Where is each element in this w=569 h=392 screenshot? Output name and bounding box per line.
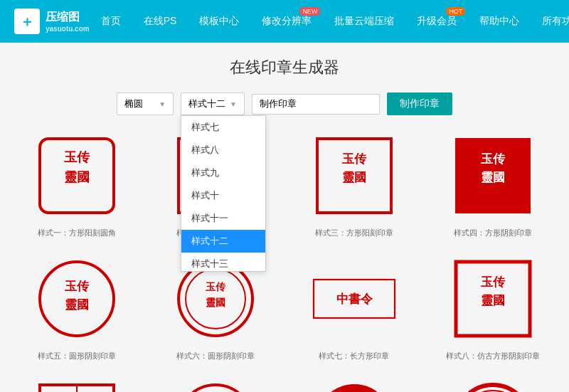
stamp-item-7: 中書令 样式七：长方形印章 — [292, 253, 416, 361]
stamp-item-8: 玉传 靈國 样式八：仿古方形阴刻印章 — [430, 253, 555, 361]
svg-text:玉传: 玉传 — [481, 275, 506, 289]
page-title: 在线印章生成器 — [14, 57, 555, 78]
make-stamp-button[interactable]: 制作印章 — [387, 92, 452, 115]
main-nav: 首页 在线PS 模板中心 修改分辨率 NEW 批量云端压缩 升级会员 HOT 帮… — [90, 0, 569, 43]
style-select[interactable]: 样式十二 ▼ — [181, 92, 245, 115]
stamp-canvas-7: 中書令 — [308, 253, 400, 345]
svg-point-34 — [317, 385, 391, 392]
stamp-item-5: 玉传 靈國 样式五：圆形阴刻印章 — [14, 253, 139, 361]
stamp-canvas-4: 玉传 靈國 — [447, 129, 539, 222]
nav-vip[interactable]: 升级会员 HOT — [405, 0, 468, 43]
stamp-label-4: 样式四：方形阴刻印章 — [454, 228, 532, 238]
stamp-label-8: 样式八：仿古方形阴刻印章 — [446, 351, 540, 361]
stamp-label-5: 样式五：圆形阴刻印章 — [38, 351, 116, 361]
svg-text:靈國: 靈國 — [206, 297, 225, 308]
stamp-item-11: 玉传 靈國 样式十一：仿古圆形阴刻印截 — [292, 376, 416, 392]
logo-main: 压缩图 — [46, 10, 90, 25]
stamp-item-3: 玉传 靈國 样式三：方形阳刻印章 — [292, 129, 416, 238]
header: ＋ 压缩图 yasuotu.com 首页 在线PS 模板中心 修改分辨率 NEW… — [0, 0, 569, 43]
svg-text:玉传: 玉传 — [342, 152, 367, 166]
logo-sub: yasuotu.com — [46, 25, 90, 33]
logo[interactable]: ＋ 压缩图 yasuotu.com — [14, 9, 90, 34]
main-content: 在线印章生成器 椭圆 ▼ 样式十二 ▼ 样式七 样式八 样式九 样式十 样式十一… — [0, 43, 569, 392]
stamp-item-4: 玉传 靈國 样式四：方形阴刻印章 — [430, 129, 555, 238]
stamp-canvas-10: 玉传 靈國 — [169, 376, 262, 392]
stamp-canvas-12: 玉传 靈國 — [447, 376, 539, 392]
stamp-item-10: 玉传 靈國 样式十：仿古圆形阳刻汉印 — [153, 376, 277, 392]
svg-text:靈國: 靈國 — [65, 298, 89, 312]
nav-compress[interactable]: 批量云端压缩 — [323, 0, 405, 43]
style-label: 样式十二 — [188, 97, 225, 110]
svg-text:玉传: 玉传 — [65, 280, 90, 293]
logo-icon: ＋ — [14, 9, 40, 34]
svg-text:靈國: 靈國 — [64, 170, 90, 184]
svg-text:玉传: 玉传 — [481, 152, 506, 166]
controls-bar: 椭圆 ▼ 样式十二 ▼ 样式七 样式八 样式九 样式十 样式十一 样式十二 样式… — [14, 92, 555, 115]
svg-text:中書令: 中書令 — [336, 292, 373, 306]
dropdown-item-1[interactable]: 样式八 — [181, 139, 265, 161]
shape-arrow-icon: ▼ — [159, 100, 166, 108]
nav-home[interactable]: 首页 — [90, 0, 132, 43]
style-select-wrapper: 样式十二 ▼ 样式七 样式八 样式九 样式十 样式十一 样式十二 样式十三 样式… — [181, 92, 245, 115]
stamp-canvas-9: 玉 传 靈 國 — [31, 376, 123, 392]
stamp-canvas-8: 玉传 靈國 — [447, 253, 539, 345]
svg-text:靈國: 靈國 — [342, 171, 366, 184]
dropdown-item-0[interactable]: 样式七 — [181, 116, 265, 139]
stamp-label-1: 样式一：方形阳刻圆角 — [38, 228, 116, 238]
nav-resolution[interactable]: 修改分辨率 NEW — [250, 0, 323, 43]
stamp-text-input[interactable] — [252, 94, 380, 115]
stamp-item-1: 玉传 靈國 样式一：方形阳刻圆角 — [14, 129, 139, 238]
nav-all[interactable]: 所有功能 — [531, 0, 569, 43]
svg-text:玉传: 玉传 — [206, 282, 226, 292]
dropdown-item-6[interactable]: 样式十三 — [181, 253, 265, 272]
new-badge: NEW — [299, 7, 320, 16]
dropdown-item-3[interactable]: 样式十 — [181, 184, 265, 207]
hot-badge: HOT — [446, 7, 465, 16]
nav-template[interactable]: 模板中心 — [188, 0, 250, 43]
stamp-canvas-1: 玉传 靈國 — [31, 129, 123, 222]
shape-select[interactable]: 椭圆 ▼ — [117, 92, 174, 115]
stamp-item-9: 玉 传 靈 國 样式九：仿古方形阳刻汉印 — [14, 376, 139, 392]
logo-text: 压缩图 yasuotu.com — [46, 10, 90, 33]
svg-text:靈國: 靈國 — [481, 294, 505, 307]
svg-point-31 — [179, 385, 252, 392]
svg-text:玉传: 玉传 — [64, 150, 90, 164]
stamp-label-3: 样式三：方形阳刻印章 — [315, 228, 393, 238]
dropdown-item-4[interactable]: 样式十一 — [181, 207, 265, 230]
stamp-canvas-5: 玉传 靈國 — [31, 253, 123, 345]
nav-help[interactable]: 帮助中心 — [468, 0, 531, 43]
shape-label: 椭圆 — [124, 97, 143, 110]
stamp-label-6: 样式六：圆形阴刻印章 — [176, 351, 255, 361]
style-arrow-icon: ▼ — [230, 100, 237, 108]
stamp-canvas-11: 玉传 靈國 — [308, 376, 400, 392]
dropdown-item-5[interactable]: 样式十二 — [181, 230, 265, 253]
nav-ps[interactable]: 在线PS — [132, 0, 188, 43]
stamp-grid: 玉传 靈國 样式一：方形阳刻圆角 玉传 靈國 样式二：方形阳刻印章 — [14, 129, 555, 392]
stamp-item-12: 玉传 靈國 样式十二：仿古圆形阴刻印章 — [430, 376, 555, 392]
svg-text:靈國: 靈國 — [481, 171, 505, 184]
stamp-canvas-3: 玉传 靈國 — [308, 129, 400, 222]
style-dropdown: 样式七 样式八 样式九 样式十 样式十一 样式十二 样式十三 样式十四 — [181, 115, 266, 272]
dropdown-item-2[interactable]: 样式九 — [181, 161, 265, 184]
stamp-label-7: 样式七：长方形印章 — [319, 351, 389, 361]
